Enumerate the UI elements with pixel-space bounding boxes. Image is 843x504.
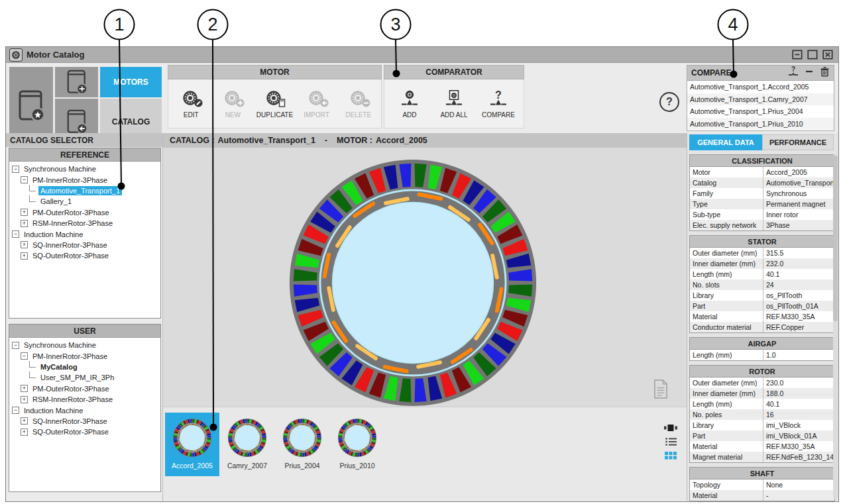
import-motor-button: IMPORT: [298, 89, 336, 119]
expand-icon[interactable]: +: [21, 396, 28, 403]
tree-item-rsm-innerrotor-3phase[interactable]: +RSM-InnerRotor-3Phase: [9, 394, 160, 405]
motor-thumbnail-camry_2007[interactable]: Camry_2007: [220, 413, 274, 476]
delete-motor-button: DELETE: [339, 89, 378, 119]
motor-thumbnail-accord_2005[interactable]: Accord_2005: [165, 413, 219, 476]
scrollbar-track[interactable]: [833, 154, 838, 499]
minimize-button[interactable]: [792, 50, 803, 60]
svg-text:3: 3: [390, 15, 400, 34]
duplicate-motor-button[interactable]: DUPLICATE: [255, 89, 294, 119]
tree-item-label: PM-InnerRotor-3Phase: [30, 352, 109, 361]
document-icon[interactable]: [653, 379, 668, 401]
tree-item-rsm-innerrotor-3phase[interactable]: +RSM-InnerRotor-3Phase: [9, 218, 160, 228]
svg-text:?: ?: [791, 66, 795, 73]
help-icon[interactable]: ?: [659, 92, 679, 112]
collapse-icon[interactable]: −: [12, 230, 19, 238]
table-row: Libraryos_PllTooth: [690, 290, 834, 301]
compare-list-item[interactable]: Automotive_Transport_1.Prius_2010: [687, 118, 834, 130]
table-row: MaterialREF.M330_35A: [690, 441, 834, 452]
table-title: STATOR: [690, 236, 834, 248]
collapse-icon[interactable]: −: [12, 407, 19, 414]
motor-thumbnail-prius_2004[interactable]: Prius_2004: [275, 413, 329, 476]
row-value: Permanent magnet: [763, 199, 834, 209]
row-value: 230.0: [763, 378, 834, 388]
compare-list-item[interactable]: Automotive_Transport_1.Prius_2004: [687, 105, 834, 118]
tree-item-label: User_SM_PM_IR_3Ph: [38, 373, 116, 382]
add-all-button[interactable]: ADD ALL: [435, 89, 473, 119]
tree-item-label: PM-OuterRotor-3Phase: [30, 384, 111, 393]
collapse-icon[interactable]: −: [12, 342, 19, 349]
add-button[interactable]: ADD: [390, 89, 429, 119]
tab-motors[interactable]: MOTORS: [100, 67, 162, 97]
tree-item-synchronous-machine[interactable]: −Synchronous Machine: [9, 164, 160, 174]
row-value: None: [763, 479, 834, 490]
trash-icon[interactable]: [820, 66, 830, 79]
edit-motor-button[interactable]: EDIT: [172, 89, 210, 119]
tree-item-sq-outerrotor-3phase[interactable]: +SQ-OuterRotor-3Phase: [9, 427, 160, 437]
row-label: Part: [690, 432, 763, 440]
row-value: Synchronous: [763, 188, 834, 199]
expand-icon[interactable]: +: [21, 428, 28, 436]
tree-item-synchronous-machine[interactable]: −Synchronous Machine: [9, 340, 160, 350]
expand-icon[interactable]: +: [21, 417, 28, 425]
user-tree-title: USER: [9, 325, 160, 338]
user-tree-panel: USER −Synchronous Machine−PM-InnerRotor-…: [9, 324, 161, 492]
tree-item-label: Induction Machine: [22, 230, 85, 239]
row-value: 3Phase: [763, 220, 834, 230]
table-row: TopologyNone: [690, 479, 834, 490]
add-catalog-button[interactable]: [55, 67, 98, 97]
collapse-icon[interactable]: −: [21, 176, 28, 183]
expand-icon[interactable]: +: [21, 209, 28, 216]
tree-item-sq-innerrotor-3phase[interactable]: +SQ-InnerRotor-3Phase: [9, 240, 160, 250]
tree-item-induction-machine[interactable]: −Induction Machine: [9, 228, 160, 239]
tree-item-sq-outerrotor-3phase[interactable]: +SQ-OuterRotor-3Phase: [9, 250, 160, 261]
expand-icon[interactable]: +: [21, 241, 28, 248]
motor-delete-icon: [348, 89, 369, 109]
compare-list-item[interactable]: Automotive_Transport_1.Accord_2005: [687, 81, 834, 93]
collapse-icon[interactable]: −: [12, 166, 19, 173]
data-table-shaft: SHAFTTopologyNoneMaterial-: [689, 467, 835, 501]
expand-icon[interactable]: +: [21, 252, 28, 260]
expand-icon[interactable]: +: [21, 220, 28, 227]
motor-thumbnail-image: [337, 418, 377, 458]
list-view-icon[interactable]: [665, 437, 677, 446]
close-button[interactable]: [822, 50, 833, 60]
row-label: Conductor material: [690, 323, 763, 331]
motor-thumbnail-prius_2010[interactable]: Prius_2010: [330, 413, 384, 476]
tree-item-pm-innerrotor-3phase[interactable]: −PM-InnerRotor-3Phase: [9, 350, 160, 361]
table-row: FamilySynchronous: [690, 188, 834, 199]
tree-item-mycatalog[interactable]: MyCatalog: [9, 362, 160, 372]
carousel-view-icon[interactable]: [664, 424, 677, 432]
remove-from-compare-icon[interactable]: [805, 67, 814, 79]
tree-item-gallery-1[interactable]: Gallery_1: [9, 196, 160, 207]
maximize-button[interactable]: [807, 50, 818, 60]
row-label: Length (mm): [690, 351, 763, 359]
tree-item-pm-outerrotor-3phase[interactable]: +PM-OuterRotor-3Phase: [9, 207, 160, 218]
reference-tree-title: REFERENCE: [9, 148, 160, 162]
motor-thumbnail-image: [227, 418, 267, 458]
tree-connector: [29, 195, 36, 202]
collapse-icon[interactable]: −: [21, 352, 28, 360]
tree-item-automotive-transport-1[interactable]: Automotive_Transport_1: [9, 185, 160, 196]
compare-list-item[interactable]: Automotive_Transport_1.Camry_2007: [687, 93, 834, 106]
compare-help-icon[interactable]: ?: [788, 66, 799, 79]
table-row: Material-: [690, 490, 834, 501]
motor-duplicate-icon: [264, 89, 285, 109]
tree-item-user-sm-pm-ir-3ph[interactable]: User_SM_PM_IR_3Ph: [9, 372, 160, 383]
comparator-section: COMPARATOR ADDADD ALL?COMPARE: [384, 65, 524, 131]
tree-item-sq-innerrotor-3phase[interactable]: +SQ-InnerRotor-3Phase: [9, 416, 160, 427]
data-panel: GENERAL DATA PERFORMANCE CLASSIFICATIONM…: [687, 133, 838, 501]
compare-button[interactable]: ?COMPARE: [479, 89, 518, 119]
tree-item-pm-outerrotor-3phase[interactable]: +PM-OuterRotor-3Phase: [9, 383, 160, 394]
tree-item-label: Induction Machine: [22, 406, 85, 415]
grid-view-icon[interactable]: [665, 452, 677, 460]
expand-icon[interactable]: +: [21, 385, 28, 392]
tree-item-induction-machine[interactable]: −Induction Machine: [9, 405, 160, 415]
tree-item-pm-innerrotor-3phase[interactable]: −PM-InnerRotor-3Phase: [9, 174, 160, 185]
scrollbar-thumb[interactable]: [833, 156, 838, 321]
tab-performance[interactable]: PERFORMANCE: [762, 134, 834, 150]
table-row: Outer diameter (mm)315.5: [690, 248, 834, 258]
tree-item-label: Gallery_1: [38, 197, 74, 206]
row-value: 24: [763, 279, 834, 290]
tab-general-data[interactable]: GENERAL DATA: [689, 134, 762, 150]
new-motor-button: NEW: [213, 89, 252, 119]
